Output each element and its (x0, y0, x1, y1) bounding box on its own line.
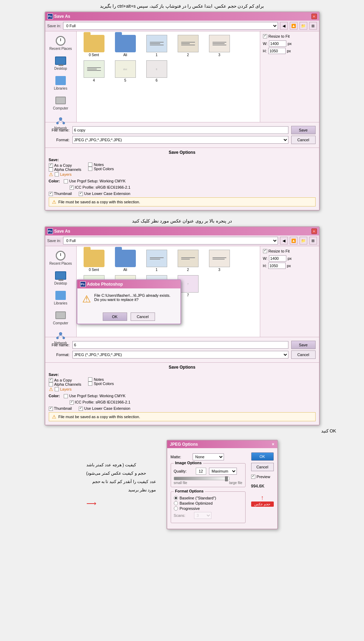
jpeg-ok-button[interactable]: OK (251, 452, 274, 461)
quality-input[interactable] (196, 468, 206, 475)
resize-checkbox-2[interactable] (263, 249, 267, 253)
save-button-2[interactable]: Save (291, 341, 316, 349)
file-item-3[interactable]: 3 (206, 35, 233, 57)
icc-cb-1[interactable] (70, 186, 74, 190)
notes-label-1: Notes (94, 163, 104, 167)
scans-select[interactable]: 3 (194, 512, 211, 519)
file-item-2-2[interactable]: 2 (174, 250, 202, 272)
alpha-cb-2[interactable] (49, 382, 53, 386)
spot-cb-2[interactable] (88, 382, 92, 386)
notes-cb-1[interactable] (88, 163, 92, 167)
sidebar-item-desktop[interactable]: Desktop (47, 54, 75, 72)
file-item-0sent-2[interactable]: 0 Sent (80, 250, 108, 272)
quality-preset-select[interactable]: Maximum High Medium Low (209, 468, 237, 475)
back-btn-2[interactable]: ◀ (280, 237, 288, 244)
lowercase-cb-1[interactable] (79, 192, 83, 196)
format-select-1[interactable]: JPEG (*.JPG;*.JPEG;*.JPE) (72, 136, 288, 144)
resize-checkbox-1[interactable] (263, 34, 267, 38)
quality-annotation-line2: حجم و کیفیت عکس کمتر می‌شود) (86, 471, 146, 476)
instruction-2: در پنجره بالا بر روی عنوان عکس مورد نظر … (0, 215, 364, 226)
close-button-2[interactable]: × (311, 228, 317, 234)
save-as-dialog-2: Ps Save As × Save in: 0 Full ◀ 🔼 📁 ⊞ (45, 226, 320, 425)
view-btn-1[interactable]: ⊞ (309, 22, 317, 30)
save-in-dropdown-1[interactable]: 0 Full (63, 22, 278, 30)
sidebar-item-libraries[interactable]: Libraries (47, 74, 75, 92)
icc-cb-2[interactable] (70, 400, 74, 405)
file-item-6[interactable]: 6 6 (143, 60, 171, 82)
file-item-5[interactable]: doc 5 (111, 60, 139, 82)
sidebar-item-recent[interactable]: Recent Places (47, 34, 75, 52)
jpeg-cancel-button[interactable]: Cancel (251, 463, 274, 471)
as-copy-cb-2[interactable] (49, 378, 53, 382)
width-input-2[interactable] (269, 255, 286, 262)
sidebar-item-computer[interactable]: Computer (47, 94, 75, 112)
cancel-button-1[interactable]: Cancel (291, 136, 316, 144)
as-copy-cb-1[interactable] (49, 163, 53, 167)
preview-cb[interactable] (251, 475, 255, 479)
use-proof-cb-2[interactable] (64, 394, 68, 398)
layers-cb-1[interactable] (55, 172, 59, 176)
jpeg-annotation: کیفیت ( هرچه عدد کمتر باشد حجم و کیفیت ع… (86, 440, 156, 510)
sidebar-computer-2[interactable]: Computer (47, 309, 75, 326)
save-button-1[interactable]: Save (291, 126, 316, 134)
file-item-3-2[interactable]: 3 (206, 250, 233, 272)
file-item-1-2[interactable]: 1 (143, 250, 171, 272)
adobe-cancel-button[interactable]: Cancel (131, 312, 155, 321)
color-label-1: Color: (49, 179, 60, 183)
sidebar-desktop-2[interactable]: Desktop (47, 269, 75, 287)
height-input-1[interactable] (268, 48, 286, 54)
file-item-4[interactable]: 4 (80, 60, 108, 82)
warning-triangle-1: ⚠ (49, 172, 53, 177)
quality-slider[interactable] (174, 477, 230, 480)
adobe-ok-button[interactable]: OK (103, 312, 127, 321)
layers-cb-2[interactable] (55, 387, 59, 391)
lowercase-label-1: Use Lower Case Extension (84, 191, 131, 196)
baseline-std-label: Baseline ("Standard") (180, 496, 216, 500)
filename-input-1[interactable] (72, 126, 288, 134)
sidebar-libraries-2[interactable]: Libraries (47, 289, 75, 307)
icc-row-1: ICC Profile: sRGB IEC61966-2.1 (70, 185, 316, 190)
sidebar-recent-2[interactable]: Recent Places (47, 249, 75, 267)
height-input-2[interactable] (268, 263, 286, 269)
view-btn-2[interactable]: ⊞ (309, 237, 317, 244)
matte-select[interactable]: None (193, 453, 224, 460)
thumbnail-cb-2[interactable] (49, 407, 53, 411)
baseline-opt-radio[interactable] (174, 501, 178, 505)
baseline-std-radio[interactable] (174, 496, 178, 500)
file-item-0sent[interactable]: 0 Sent (80, 35, 108, 57)
folder-ali-thumb-2 (115, 250, 136, 267)
cancel-button-2[interactable]: Cancel (291, 350, 316, 359)
adobe-dialog-title: Adobe Photoshop (87, 282, 123, 287)
forward-btn-1[interactable]: 🔼 (290, 22, 297, 30)
spot-cb-1[interactable] (88, 167, 92, 171)
close-button-1[interactable]: × (311, 14, 317, 19)
alpha-cb-1[interactable] (49, 167, 53, 172)
format-select-2[interactable]: JPEG (*.JPG;*.JPEG;*.JPE) (72, 351, 288, 359)
new-folder-btn-2[interactable]: 📁 (300, 237, 307, 244)
filename-input-2[interactable] (72, 341, 288, 349)
new-folder-btn-1[interactable]: 📁 (300, 22, 307, 30)
folder-ali-thumb (115, 35, 136, 52)
back-btn-1[interactable]: ◀ (280, 22, 288, 30)
file-item-1[interactable]: 1 (143, 35, 171, 57)
use-proof-cb-1[interactable] (64, 179, 68, 183)
resize-label-1: Resize to Fit (269, 34, 290, 38)
file-item-ali[interactable]: Ali (111, 35, 139, 57)
file-item-2[interactable]: 2 (174, 35, 202, 57)
progressive-radio[interactable] (174, 506, 178, 511)
thumbnail-cb-1[interactable] (49, 192, 53, 196)
thumbnail-row-1: Thumbnail Use Lower Case Extension (49, 191, 316, 196)
jpeg-close-btn[interactable]: × (272, 442, 274, 447)
width-input-1[interactable] (269, 40, 286, 47)
save-in-dropdown-2[interactable]: 0 Full (63, 237, 278, 244)
format-label-1: Format: (49, 138, 70, 142)
forward-btn-2[interactable]: 🔼 (290, 237, 297, 244)
small-file-label: small file (174, 481, 187, 485)
file-5-label: 5 (124, 78, 126, 82)
file-item-ali-2[interactable]: Ali (111, 250, 139, 272)
lowercase-cb-2[interactable] (79, 407, 83, 411)
notes-cb-2[interactable] (88, 377, 92, 382)
recent-icon-2 (54, 250, 67, 261)
resize-panel-2: Resize to Fit W: px H: px (260, 246, 319, 337)
computer-label-2: Computer (53, 321, 68, 325)
